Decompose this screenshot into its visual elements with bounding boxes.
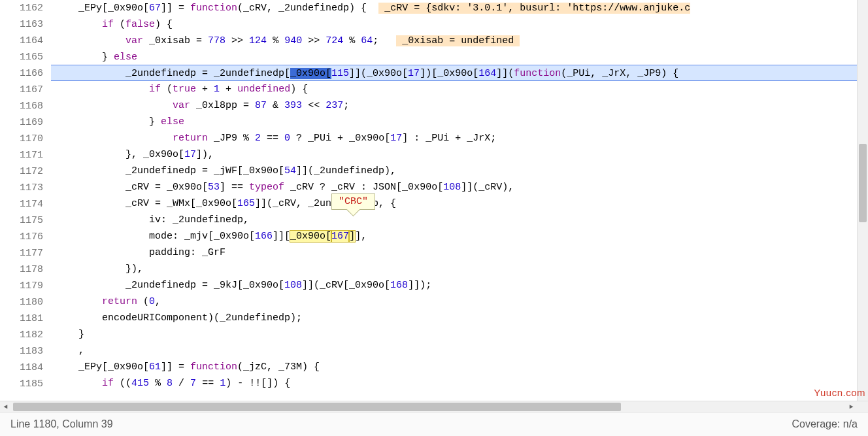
line-number: 1162 — [0, 0, 51, 16]
code-token: _0xisab = undefined — [396, 35, 520, 46]
code-line[interactable]: _cRV = _0x90o[53] == typeof _cRV ? _cRV … — [51, 179, 868, 195]
code-token — [55, 133, 173, 144]
vertical-scrollbar-thumb[interactable] — [859, 144, 867, 222]
code-token: 164 — [478, 68, 496, 79]
code-token: ? _PUi + _0x90o[ — [290, 133, 390, 144]
vertical-scrollbar[interactable] — [857, 0, 868, 401]
code-line[interactable]: } else — [51, 114, 868, 130]
code-token: 17 — [184, 149, 196, 160]
code-line[interactable]: _2undefinedp = _9kJ[_0x90o[108]](_cRV[_0… — [51, 277, 868, 293]
code-token: ) { — [155, 19, 173, 30]
code-line[interactable]: _2undefinedp = _2undefinedp[_0x90o[115]]… — [51, 65, 868, 81]
code-token: true — [173, 84, 196, 95]
code-token: typeof — [249, 182, 284, 193]
code-token: 61 — [149, 361, 161, 373]
line-number: 1180 — [0, 294, 51, 310]
code-token: ) - !![]) { — [225, 378, 290, 389]
code-token: 67 — [149, 3, 161, 14]
code-token: _cRV = {sdkv: '3.0.1', busurl: 'https://… — [378, 3, 690, 14]
code-token: ]][ — [273, 231, 290, 242]
code-token: 1 — [220, 378, 225, 389]
line-number: 1178 — [0, 261, 51, 278]
code-token: , — [55, 345, 84, 356]
code-token — [55, 19, 102, 30]
line-number: 1174 — [0, 196, 51, 212]
code-area[interactable]: _EPy[_0x90o[67]] = function(_cRV, _2unde… — [51, 0, 868, 401]
code-token — [55, 35, 125, 46]
code-line[interactable]: var _0xl8pp = 87 & 393 << 237; — [51, 97, 868, 114]
status-bar: Line 1180, Column 39 Coverage: n/a — [0, 412, 868, 436]
code-token: 940 — [284, 35, 302, 46]
code-token: ]]); — [408, 280, 431, 291]
code-token — [55, 100, 173, 111]
scroll-right-icon[interactable]: ► — [846, 401, 857, 412]
code-line[interactable]: mode: _mjv[_0x90o[166]][_0x90o[167]], — [51, 228, 868, 244]
code-line[interactable]: _EPy[_0x90o[67]] = function(_cRV, _2unde… — [51, 0, 868, 16]
code-token: return — [173, 133, 208, 144]
code-token: ]](_cRV), — [461, 182, 514, 193]
code-token: 2 — [255, 133, 261, 144]
code-token: % — [267, 35, 284, 46]
code-token: ]), — [196, 149, 214, 160]
code-line[interactable]: if (true + 1 + undefined) { — [51, 81, 868, 97]
code-line[interactable]: } else — [51, 49, 868, 65]
code-token: ])[_0x90o[ — [420, 68, 478, 79]
code-token: 124 — [249, 35, 267, 46]
code-line[interactable]: } — [51, 326, 868, 343]
code-line[interactable]: if (false) { — [51, 16, 868, 33]
code-token: ]] = — [161, 3, 190, 14]
code-token: ( — [114, 19, 125, 30]
line-number: 1179 — [0, 278, 51, 294]
code-token: mode: _mjv[_0x90o[ — [55, 231, 255, 242]
code-token: ]]( — [496, 68, 514, 79]
code-token: + — [196, 84, 214, 95]
code-token: , — [155, 296, 161, 307]
code-token: }), — [55, 263, 143, 275]
code-line[interactable]: if ((415 % 8 / 7 == 1) - !![]) { — [51, 375, 868, 392]
code-token: undefined — [237, 84, 290, 95]
code-token: % — [149, 378, 167, 389]
line-number: 1173 — [0, 180, 51, 196]
code-token: (_PUi, _JrX, _JP9) { — [561, 68, 678, 79]
code-token: if — [149, 84, 161, 95]
line-number: 1167 — [0, 82, 51, 98]
scroll-left-icon[interactable]: ◄ — [0, 401, 11, 412]
code-line[interactable]: _2undefinedp = _jWF[_0x90o[54]](_2undefi… — [51, 163, 868, 179]
code-line[interactable]: iv: _2undefinedp, — [51, 212, 868, 228]
code-token — [55, 378, 102, 389]
code-token: 17 — [390, 133, 402, 144]
code-token: & — [267, 100, 284, 111]
code-line[interactable]: , — [51, 343, 868, 359]
code-line[interactable]: }), — [51, 261, 868, 277]
line-number: 1175 — [0, 212, 51, 229]
code-token: 87 — [255, 100, 267, 111]
code-line[interactable]: return _JP9 % 2 == 0 ? _PUi + _0x90o[17]… — [51, 130, 868, 146]
code-token: function — [190, 3, 237, 14]
horizontal-scrollbar-thumb[interactable] — [13, 403, 621, 411]
code-token: >> — [302, 35, 326, 46]
code-line[interactable]: _EPy[_0x90o[61]] = function(_jzC, _73M) … — [51, 359, 868, 375]
code-token: else — [114, 52, 137, 63]
code-token: (_cRV, _2undefinedp) { — [237, 3, 378, 14]
code-token: 53 — [208, 182, 220, 193]
code-token: 0 — [149, 296, 155, 307]
code-token: _cRV = _WMx[_0x90o[ — [55, 198, 237, 209]
code-token: 778 — [208, 35, 225, 46]
code-token: % — [343, 35, 361, 46]
code-token: ]] = — [161, 361, 190, 373]
code-line[interactable]: return (0, — [51, 293, 868, 310]
code-editor[interactable]: 1162116311641165116611671168116911701171… — [0, 0, 868, 401]
horizontal-scrollbar[interactable]: ◄ ► — [0, 401, 868, 412]
code-line[interactable]: var _0xisab = 778 >> 124 % 940 >> 724 % … — [51, 33, 868, 49]
status-cursor-position: Line 1180, Column 39 — [10, 418, 113, 430]
code-token: ) { — [290, 84, 308, 95]
code-token: 167 — [331, 231, 349, 242]
code-line[interactable]: }, _0x90o[17]), — [51, 146, 868, 163]
code-line[interactable]: encodeURIComponent)(_2undefinedp); — [51, 310, 868, 326]
code-line[interactable]: _cRV = _WMx[_0x90o[165]](_cRV, _2undefin… — [51, 195, 868, 212]
line-number: 1169 — [0, 114, 51, 131]
code-token: 7 — [190, 378, 196, 389]
code-token: var — [173, 100, 190, 111]
code-line[interactable]: padding: _GrF — [51, 244, 868, 261]
code-token: >> — [225, 35, 249, 46]
